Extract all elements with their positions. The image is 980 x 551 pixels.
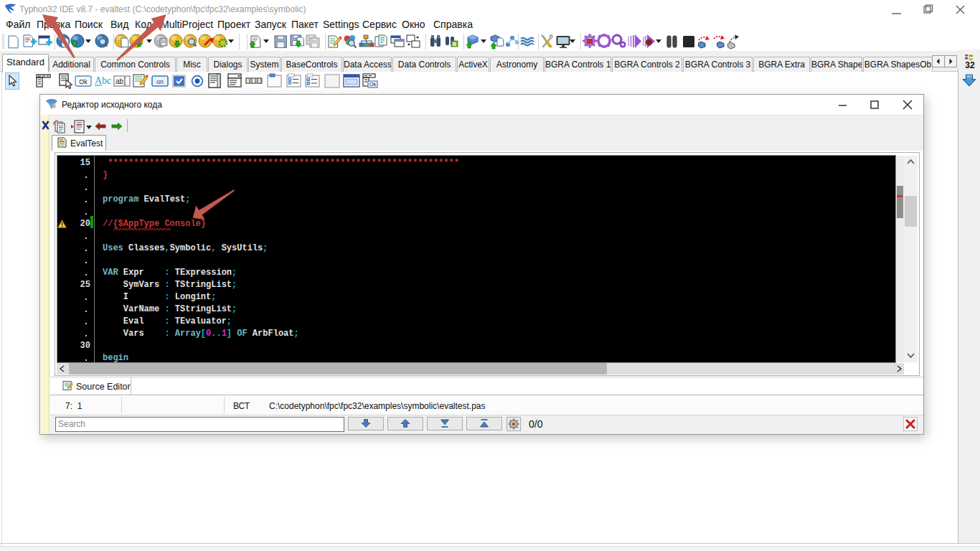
svg-text:ab: ab [116, 77, 124, 85]
svg-text:on: on [156, 78, 164, 85]
svg-text:bc: bc [102, 75, 111, 86]
svg-text:Ok: Ok [369, 81, 377, 88]
svg-text:Ok: Ok [79, 78, 88, 85]
svg-text:B: B [453, 42, 456, 47]
